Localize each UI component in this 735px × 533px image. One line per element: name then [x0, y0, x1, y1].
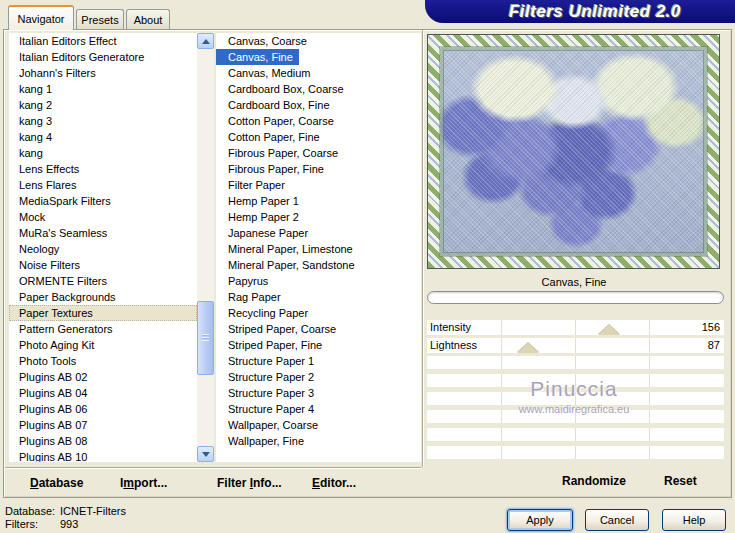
navigator-page: Italian Editors EffectItalian Editors Ge…	[3, 29, 732, 498]
tab-label: Presets	[81, 14, 118, 26]
slider-value: 156	[702, 321, 720, 333]
panel-divider	[422, 30, 423, 467]
list-item[interactable]: Plugins AB 07	[9, 417, 197, 433]
import-button[interactable]: Import...	[120, 476, 167, 490]
tab-about[interactable]: About	[126, 9, 170, 30]
randomize-button[interactable]: Randomize	[562, 474, 626, 488]
list-item[interactable]: Mineral Paper, Sandstone	[216, 257, 421, 273]
list-item[interactable]: Mineral Paper, Limestone	[216, 241, 421, 257]
list-item[interactable]: Structure Paper 4	[216, 401, 421, 417]
tab-presets[interactable]: Presets	[76, 9, 124, 30]
preview-image[interactable]	[427, 34, 720, 269]
cancel-button[interactable]: Cancel	[585, 509, 649, 531]
tab-label: About	[134, 14, 163, 26]
editor-button[interactable]: Editor...	[312, 476, 356, 490]
apply-button[interactable]: Apply	[507, 509, 573, 531]
filter-list[interactable]: Canvas, CoarseCanvas, FineCanvas, Medium…	[216, 33, 421, 462]
slider-thumb[interactable]	[598, 325, 620, 335]
list-item[interactable]: Japanese Paper	[216, 225, 421, 241]
arrow-up-icon	[202, 39, 210, 44]
list-item[interactable]: Rag Paper	[216, 289, 421, 305]
label-accel: E	[312, 476, 320, 490]
list-item[interactable]: Hemp Paper 2	[216, 209, 421, 225]
label-accel: D	[30, 476, 39, 490]
list-item[interactable]: Paper Textures	[9, 305, 197, 321]
list-item[interactable]: MuRa's Seamless	[9, 225, 197, 241]
list-item[interactable]: Plugins AB 06	[9, 401, 197, 417]
list-item[interactable]: kang 3	[9, 113, 197, 129]
list-item[interactable]: Fibrous Paper, Fine	[216, 161, 421, 177]
list-item[interactable]: Hemp Paper 1	[216, 193, 421, 209]
list-item[interactable]: Cardboard Box, Coarse	[216, 81, 421, 97]
scroll-down-button[interactable]	[197, 446, 214, 462]
list-item[interactable]: Lens Flares	[9, 177, 197, 193]
filter-info-button[interactable]: Filter Info...	[217, 476, 282, 490]
list-item[interactable]: Recycling Paper	[216, 305, 421, 321]
list-item[interactable]: Filter Paper	[216, 177, 421, 193]
list-item[interactable]: Cotton Paper, Coarse	[216, 113, 421, 129]
list-item[interactable]: Plugins AB 02	[9, 369, 197, 385]
list-item[interactable]: Cardboard Box, Fine	[216, 97, 421, 113]
help-button[interactable]: Help	[662, 509, 726, 531]
list-item[interactable]: Structure Paper 3	[216, 385, 421, 401]
list-item[interactable]: Photo Aging Kit	[9, 337, 197, 353]
slider-label: Lightness	[430, 339, 477, 351]
list-item[interactable]: Photo Tools	[9, 353, 197, 369]
slider-label: Intensity	[430, 321, 471, 333]
status-value: ICNET-Filters	[60, 505, 126, 518]
list-item[interactable]: Pattern Generators	[9, 321, 197, 337]
list-item[interactable]: Lens Effects	[9, 161, 197, 177]
button-label: Apply	[526, 514, 554, 526]
label-part: ditor...	[320, 476, 356, 490]
empty-slider-slot	[427, 446, 724, 459]
list-item[interactable]: Canvas, Medium	[216, 65, 421, 81]
slider-value: 87	[708, 339, 720, 351]
category-list-scrollbar[interactable]	[197, 33, 214, 462]
list-item[interactable]: Canvas, Fine	[216, 49, 299, 65]
slider-thumb[interactable]	[517, 343, 539, 353]
list-item[interactable]: Striped Paper, Fine	[216, 337, 421, 353]
list-item[interactable]: MediaSpark Filters	[9, 193, 197, 209]
category-list[interactable]: Italian Editors EffectItalian Editors Ge…	[9, 33, 197, 462]
list-item[interactable]: Papyrus	[216, 273, 421, 289]
list-item[interactable]: Striped Paper, Coarse	[216, 321, 421, 337]
list-item[interactable]: Wallpaper, Fine	[216, 433, 421, 449]
reset-button[interactable]: Reset	[664, 474, 697, 488]
tab-navigator[interactable]: Navigator	[8, 5, 74, 30]
lightness-slider[interactable]: Lightness 87	[427, 338, 724, 353]
database-button[interactable]: Database	[30, 476, 83, 490]
list-item[interactable]: Neology	[9, 241, 197, 257]
list-item[interactable]: Noise Filters	[9, 257, 197, 273]
list-item[interactable]: kang	[9, 145, 197, 161]
list-item[interactable]: Italian Editors Effect	[9, 33, 197, 49]
list-item[interactable]: Structure Paper 1	[216, 353, 421, 369]
list-item[interactable]: Mock	[9, 209, 197, 225]
list-item[interactable]: Canvas, Coarse	[216, 33, 421, 49]
scrollbar-thumb[interactable]	[197, 301, 214, 375]
empty-slider-slot	[427, 392, 724, 405]
toolbar: Database Import... Filter Info... Editor…	[5, 467, 421, 497]
empty-slider-slot	[427, 356, 724, 369]
list-item[interactable]: kang 1	[9, 81, 197, 97]
status-value: 993	[60, 518, 78, 531]
slider-area: Intensity 156 Lightness 87	[427, 320, 724, 464]
preview-panel: Canvas, Fine Intensity 156 Lightness 87	[424, 30, 732, 497]
tab-label: Navigator	[17, 13, 64, 25]
list-item[interactable]: kang 2	[9, 97, 197, 113]
list-item[interactable]: Plugins AB 10	[9, 449, 197, 462]
list-item[interactable]: Fibrous Paper, Coarse	[216, 145, 421, 161]
list-item[interactable]: Wallpaper, Coarse	[216, 417, 421, 433]
list-item[interactable]: ORMENTE Filters	[9, 273, 197, 289]
list-item[interactable]: Plugins AB 04	[9, 385, 197, 401]
list-item[interactable]: Johann's Filters	[9, 65, 197, 81]
intensity-slider[interactable]: Intensity 156	[427, 320, 724, 335]
list-item[interactable]: kang 4	[9, 129, 197, 145]
list-item[interactable]: Cotton Paper, Fine	[216, 129, 421, 145]
label-part: Filter	[217, 476, 250, 490]
button-label: Help	[683, 514, 706, 526]
list-item[interactable]: Italian Editors Generatore	[9, 49, 197, 65]
list-item[interactable]: Paper Backgrounds	[9, 289, 197, 305]
list-item[interactable]: Structure Paper 2	[216, 369, 421, 385]
list-item[interactable]: Plugins AB 08	[9, 433, 197, 449]
scroll-up-button[interactable]	[197, 33, 214, 49]
